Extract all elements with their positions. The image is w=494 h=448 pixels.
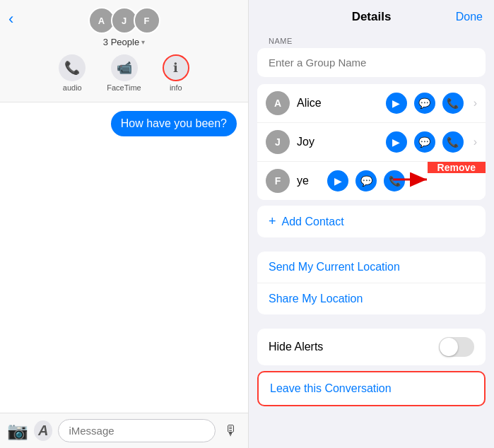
messages-area: How have you been? — [0, 102, 248, 413]
name-section-label: NAME — [257, 31, 486, 48]
contact-actions-alice: ▶ 💬 📞 › — [386, 93, 477, 114]
message-bubble: How have you been? — [111, 111, 237, 136]
audio-icon: 📞 — [59, 54, 86, 81]
camera-icon[interactable]: 📷 — [7, 421, 28, 441]
avatar-joy: J — [266, 130, 290, 154]
hide-alerts-label: Hide Alerts — [269, 341, 323, 353]
leave-conversation-label: Leave this Conversation — [270, 382, 392, 394]
details-header: Details Done — [249, 0, 494, 31]
imessage-input[interactable] — [58, 419, 216, 442]
contact-name-alice: Alice — [297, 97, 386, 110]
message-icon-alice[interactable]: 💬 — [414, 93, 435, 114]
toggle-knob — [440, 338, 458, 356]
leave-conversation-section[interactable]: Leave this Conversation — [257, 371, 486, 406]
add-contact-plus-icon: + — [269, 214, 276, 229]
audio-action[interactable]: 📞 audio — [59, 54, 86, 92]
top-bar: ‹ A J F 3 People ▾ 📞 audio 📹 FaceTime ℹ … — [0, 0, 248, 102]
bottom-bar: 📷 A 🎙 — [0, 413, 248, 448]
panel-content: NAME A Alice ▶ 💬 📞 › J Joy ▶ — [249, 31, 494, 448]
chevron-right-alice: › — [474, 97, 477, 110]
send-location-row[interactable]: Send My Current Location — [257, 252, 486, 283]
chevron-down-icon: ▾ — [141, 38, 145, 46]
audio-label: audio — [63, 83, 82, 92]
details-panel: Details Done NAME A Alice ▶ 💬 📞 › J Joy — [249, 0, 494, 448]
avatar-ye: F — [266, 169, 290, 193]
avatar-group: A J F — [88, 7, 160, 34]
add-contact-row[interactable]: + Add Contact — [257, 206, 486, 237]
red-arrow — [390, 171, 433, 191]
phone-icon-joy[interactable]: 📞 — [442, 131, 464, 153]
facetime-label: FaceTime — [107, 83, 141, 92]
contact-name-joy: Joy — [297, 136, 386, 148]
contact-row-alice[interactable]: A Alice ▶ 💬 📞 › — [257, 84, 486, 123]
hide-alerts-toggle[interactable] — [439, 337, 474, 357]
location-section: Send My Current Location Share My Locati… — [257, 252, 486, 314]
remove-button[interactable]: Remove — [428, 162, 486, 173]
contact-row-partial[interactable]: F ye ▶ 💬 📞 › — [257, 162, 486, 200]
apps-icon[interactable]: A — [34, 420, 52, 441]
facetime-icon-ye[interactable]: ▶ — [327, 170, 348, 191]
action-bar: 📞 audio 📹 FaceTime ℹ info — [59, 47, 189, 96]
contact-actions-joy: ▶ 💬 📞 › — [386, 131, 477, 153]
avatar-alice: A — [266, 91, 290, 115]
hide-alerts-section: Hide Alerts — [257, 329, 486, 365]
divider-1 — [257, 243, 486, 250]
mic-icon[interactable]: 🎙 — [221, 423, 241, 439]
phone-icon-alice[interactable]: 📞 — [442, 93, 464, 114]
message-icon-joy[interactable]: 💬 — [414, 131, 435, 153]
info-icon: ℹ — [163, 54, 189, 81]
contacts-list: A Alice ▶ 💬 📞 › J Joy ▶ 💬 📞 › — [257, 84, 486, 200]
done-button[interactable]: Done — [456, 11, 483, 23]
facetime-icon: 📹 — [111, 54, 138, 81]
contact-row-joy[interactable]: J Joy ▶ 💬 📞 › — [257, 123, 486, 162]
facetime-icon-alice[interactable]: ▶ — [386, 93, 407, 114]
messages-panel: ‹ A J F 3 People ▾ 📞 audio 📹 FaceTime ℹ … — [0, 0, 249, 448]
info-action[interactable]: ℹ info — [163, 54, 189, 92]
facetime-action[interactable]: 📹 FaceTime — [107, 54, 141, 92]
chevron-right-joy: › — [474, 136, 477, 148]
share-location-row[interactable]: Share My Location — [257, 283, 486, 314]
divider-2 — [257, 316, 486, 323]
facetime-icon-joy[interactable]: ▶ — [386, 131, 407, 153]
contact-name-ye: ye — [297, 175, 327, 187]
info-label: info — [170, 83, 182, 92]
group-name-input[interactable] — [257, 48, 486, 77]
back-button[interactable]: ‹ — [8, 10, 13, 28]
message-icon-ye[interactable]: 💬 — [355, 170, 377, 191]
avatar-f: F — [134, 7, 160, 34]
add-contact-label: Add Contact — [282, 216, 344, 228]
people-label[interactable]: 3 People ▾ — [103, 37, 145, 47]
details-title: Details — [352, 10, 392, 24]
